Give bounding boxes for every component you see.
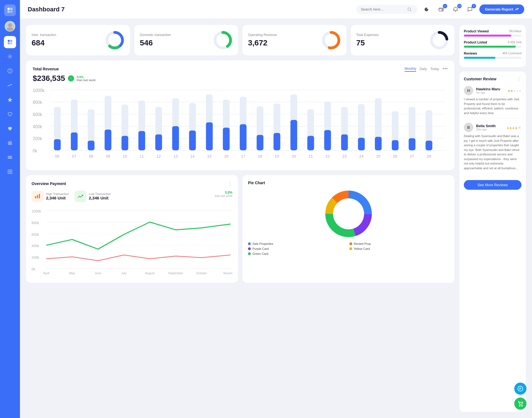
- sidebar-item-menu[interactable]: [4, 151, 16, 163]
- sidebar-item-settings[interactable]: [4, 50, 16, 63]
- sidebar-item-list[interactable]: [4, 166, 16, 178]
- svg-text:0k: 0k: [32, 267, 35, 271]
- metric-product-listed: Product Listed 3,456 Unit: [464, 40, 521, 48]
- metric-bar-bg-1: [464, 46, 521, 48]
- tab-daily[interactable]: Daily: [420, 66, 427, 71]
- search-input[interactable]: [361, 7, 405, 11]
- sidebar-item-heart2[interactable]: [4, 122, 16, 135]
- svg-text:17: 17: [241, 154, 245, 158]
- metric-value-1: 3,456 Unit: [508, 40, 521, 44]
- review-name-1: Bella Smith: [476, 124, 496, 128]
- tab-monthly[interactable]: Monthly: [405, 66, 416, 72]
- review-time-1: 20m ago: [476, 128, 496, 131]
- svg-text:800k: 800k: [33, 100, 42, 105]
- bottom-row: Overview Payment ⋮ High Transaction 2,34…: [26, 175, 454, 283]
- app-logo[interactable]: [4, 4, 16, 16]
- svg-text:12: 12: [157, 154, 161, 158]
- see-more-reviews-button[interactable]: See More Reviews: [464, 180, 521, 190]
- wallet-icon-btn[interactable]: 2: [436, 4, 446, 14]
- svg-point-148: [520, 406, 520, 406]
- legend-dot-rented: [349, 242, 352, 245]
- svg-text:23: 23: [342, 154, 347, 158]
- svg-rect-6: [8, 40, 10, 42]
- tab-today[interactable]: Today: [430, 66, 439, 71]
- svg-text:08: 08: [89, 154, 93, 158]
- change-label: than last week: [77, 79, 96, 82]
- main-area: Dashboard 7 2 12 5 Generate Report: [20, 0, 532, 418]
- legend-label-sale: Sale Properties: [252, 242, 273, 245]
- svg-rect-0: [7, 8, 10, 10]
- svg-rect-53: [71, 132, 78, 150]
- svg-text:11: 11: [140, 154, 144, 158]
- svg-rect-19: [8, 158, 12, 159]
- svg-rect-62: [122, 136, 128, 150]
- sidebar-item-star[interactable]: [4, 94, 16, 106]
- avatar[interactable]: [5, 21, 15, 32]
- cart-button[interactable]: [514, 398, 526, 410]
- payment-stats: High Transaction 2,346 Unit Low Transact…: [32, 191, 232, 202]
- svg-text:November: November: [223, 271, 232, 275]
- dark-mode-toggle[interactable]: [422, 4, 432, 14]
- svg-text:600k: 600k: [33, 112, 42, 117]
- svg-point-10: [9, 56, 11, 57]
- svg-text:06: 06: [55, 154, 60, 158]
- svg-rect-98: [324, 130, 331, 150]
- review-time-0: 5m ago: [476, 91, 500, 94]
- svg-rect-68: [155, 134, 162, 150]
- sidebar-item-info[interactable]: [4, 65, 16, 77]
- metric-label-0: Product Viewed: [464, 29, 489, 33]
- header: Dashboard 7 2 12 5 Generate Report: [20, 0, 532, 19]
- payment-change-info: 0,8% than last week: [215, 191, 232, 202]
- svg-rect-9: [10, 42, 12, 44]
- svg-rect-3: [10, 11, 12, 13]
- stat-value-2: 3,672: [248, 39, 277, 47]
- bell-icon-btn[interactable]: 12: [451, 4, 461, 14]
- reviews-more-menu[interactable]: ⋮: [516, 76, 521, 82]
- high-transaction-icon: [32, 191, 43, 202]
- svg-text:24: 24: [359, 154, 364, 158]
- donut-expenses: [429, 30, 449, 50]
- high-transaction-value: 2,346 Unit: [46, 196, 69, 200]
- review-user-0: H Hawkins Maru 5m ago ★★★★★: [464, 86, 521, 95]
- legend-green-card: Green Card: [248, 252, 348, 255]
- generate-report-label: Generate Report: [485, 7, 513, 11]
- svg-text:September: September: [168, 271, 183, 275]
- header-icons: 2 12 5: [422, 4, 475, 14]
- chat-icon-btn[interactable]: 5: [465, 4, 475, 14]
- review-avatar-0: H: [464, 86, 473, 95]
- svg-text:200k: 200k: [32, 256, 39, 260]
- svg-text:07: 07: [72, 154, 76, 158]
- page-title: Dashboard 7: [28, 6, 352, 13]
- metric-label-2: Reviews: [464, 52, 477, 55]
- search-box[interactable]: [356, 5, 417, 14]
- sidebar: [0, 0, 20, 418]
- svg-point-149: [522, 406, 523, 406]
- sidebar-item-print[interactable]: [4, 137, 16, 149]
- chat-support-button[interactable]: [514, 383, 526, 395]
- sidebar-item-dashboard[interactable]: [4, 36, 16, 48]
- generate-report-button[interactable]: Generate Report: [479, 4, 524, 14]
- svg-rect-74: [189, 130, 196, 150]
- svg-point-146: [335, 200, 362, 228]
- metric-value-2: 456 Comment: [502, 52, 521, 55]
- sidebar-item-heart1[interactable]: [4, 108, 16, 120]
- svg-text:400k: 400k: [33, 124, 42, 129]
- sidebar-item-analytics[interactable]: [4, 79, 16, 91]
- svg-text:26: 26: [393, 154, 397, 158]
- svg-line-25: [410, 10, 411, 11]
- svg-text:July: July: [121, 271, 127, 275]
- svg-text:0k: 0k: [33, 148, 37, 153]
- stat-cards: Inter. transaction 684 Domestic transact…: [26, 25, 454, 55]
- pie-chart-svg: [324, 189, 374, 239]
- revenue-header: Total Revenue Monthly Daily Today •••: [33, 66, 448, 72]
- pie-chart-title: Pie Chart: [248, 181, 265, 185]
- svg-rect-26: [439, 8, 443, 11]
- payment-more-menu[interactable]: ⋮: [227, 181, 232, 187]
- revenue-more-menu[interactable]: •••: [443, 66, 448, 72]
- svg-rect-59: [105, 130, 111, 150]
- svg-rect-104: [358, 138, 365, 150]
- svg-point-4: [8, 23, 12, 27]
- low-transaction-icon: [75, 191, 86, 202]
- content-right: Product Viewed 561/days Product Listed 3…: [459, 25, 526, 412]
- legend-rented-prop: Rented Prop: [349, 242, 449, 245]
